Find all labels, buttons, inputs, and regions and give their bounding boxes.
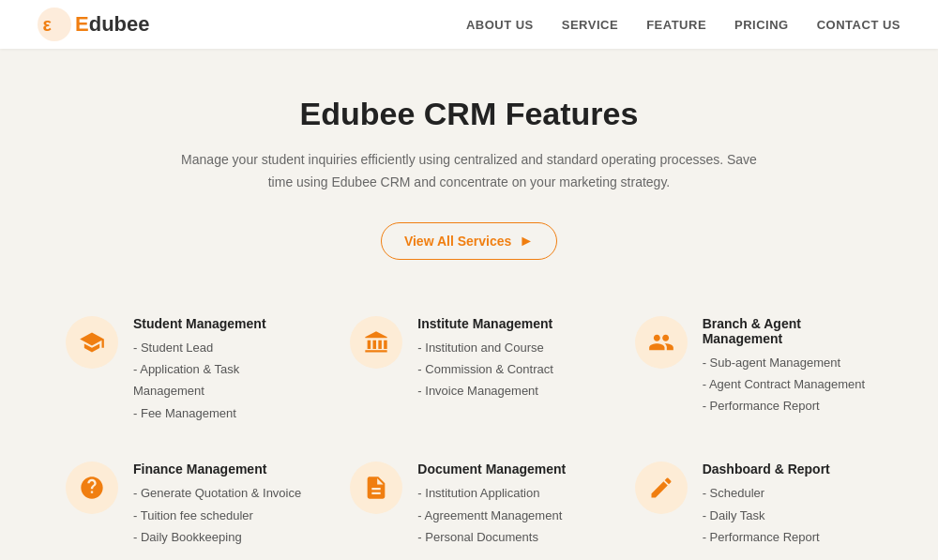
document-management-title: Document Management bbox=[417, 462, 566, 477]
list-item: - Daily Bookkeeping bbox=[133, 526, 301, 548]
student-management-icon-wrapper bbox=[66, 316, 118, 369]
student-management-content: Student Management - Student Lead - Appl… bbox=[133, 316, 303, 425]
nav-item-service[interactable]: SERVICE bbox=[562, 16, 618, 33]
list-item: - Sub-agent Management bbox=[703, 352, 872, 373]
student-management-title: Student Management bbox=[133, 316, 303, 331]
agent-group-icon bbox=[648, 329, 674, 356]
list-item: - Scheduler bbox=[703, 482, 830, 504]
list-item: - Institution Application bbox=[417, 482, 566, 504]
nav-item-feature[interactable]: FEATURE bbox=[646, 16, 706, 33]
nav-links: ABOUT US SERVICE FEATURE PRICING CONTACT… bbox=[466, 16, 900, 33]
dashboard-report-list: - Scheduler - Daily Task - Performance R… bbox=[703, 482, 830, 548]
feature-dashboard-report: Dashboard & Report - Scheduler - Daily T… bbox=[626, 452, 882, 557]
feature-document-management: Document Management - Institution Applic… bbox=[340, 452, 597, 557]
dashboard-report-content: Dashboard & Report - Scheduler - Daily T… bbox=[703, 462, 830, 548]
document-icon bbox=[363, 475, 389, 501]
branch-agent-management-list: - Sub-agent Management - Agent Contract … bbox=[703, 352, 872, 417]
list-item: - Invoice Management bbox=[417, 380, 552, 401]
list-item: - Agreementt Management bbox=[417, 505, 566, 526]
institute-icon bbox=[363, 329, 389, 356]
feature-finance-management: Finance Management - Generate Quotation … bbox=[56, 452, 312, 557]
finance-icon bbox=[79, 475, 105, 501]
branch-agent-icon-wrapper bbox=[635, 316, 688, 369]
finance-management-list: - Generate Quotation & Invoice - Tuition… bbox=[133, 482, 301, 548]
nav-item-contact-us[interactable]: CONTACT US bbox=[817, 16, 900, 33]
svg-text:ε: ε bbox=[42, 14, 52, 35]
document-icon-wrapper bbox=[350, 462, 402, 514]
document-management-content: Document Management - Institution Applic… bbox=[417, 462, 566, 548]
button-label: View All Services bbox=[404, 234, 511, 249]
list-item: - Performance Report bbox=[703, 526, 830, 548]
list-item: - Performance Report bbox=[703, 395, 872, 416]
logo-text: Edubee bbox=[75, 12, 149, 37]
branch-agent-management-title: Branch & Agent Management bbox=[703, 316, 872, 346]
dashboard-edit-icon bbox=[648, 475, 674, 501]
list-item: - Student Lead bbox=[133, 337, 303, 358]
list-item: - Commission & Contract bbox=[417, 358, 552, 380]
navigation: ε Edubee ABOUT US SERVICE FEATURE PRICIN… bbox=[0, 0, 938, 49]
logo[interactable]: ε Edubee bbox=[38, 8, 149, 41]
list-item: - Fee Management bbox=[133, 402, 303, 424]
graduation-cap-icon bbox=[79, 329, 105, 356]
hero-section: Edubee CRM Features Manage your student … bbox=[0, 49, 938, 288]
nav-item-about-us[interactable]: ABOUT US bbox=[466, 16, 534, 33]
list-item: - Institution and Course bbox=[417, 337, 552, 358]
dashboard-report-title: Dashboard & Report bbox=[703, 462, 830, 477]
features-grid: Student Management - Student Lead - Appl… bbox=[0, 288, 938, 560]
feature-institute-management: Institute Management - Institution and C… bbox=[340, 307, 597, 434]
feature-student-management: Student Management - Student Lead - Appl… bbox=[56, 307, 312, 434]
list-item: - Application & Task Management bbox=[133, 358, 303, 402]
hero-description: Manage your student inquiries efficientl… bbox=[178, 149, 760, 194]
nav-item-pricing[interactable]: PRICING bbox=[734, 16, 789, 33]
institute-management-list: - Institution and Course - Commission & … bbox=[417, 337, 552, 402]
view-all-services-button[interactable]: View All Services ► bbox=[381, 222, 557, 260]
finance-icon-wrapper bbox=[66, 462, 118, 514]
student-management-list: - Student Lead - Application & Task Mana… bbox=[133, 337, 303, 425]
list-item: - Personal Documents bbox=[417, 526, 566, 548]
finance-management-content: Finance Management - Generate Quotation … bbox=[133, 462, 301, 548]
arrow-icon: ► bbox=[519, 233, 534, 250]
list-item: - Daily Task bbox=[703, 505, 830, 526]
institute-management-icon-wrapper bbox=[350, 316, 402, 369]
list-item: - Tuition fee scheduler bbox=[133, 505, 301, 526]
branch-agent-management-content: Branch & Agent Management - Sub-agent Ma… bbox=[703, 316, 872, 417]
list-item: - Generate Quotation & Invoice bbox=[133, 482, 301, 504]
document-management-list: - Institution Application - Agreementt M… bbox=[417, 482, 566, 548]
institute-management-content: Institute Management - Institution and C… bbox=[417, 316, 552, 402]
finance-management-title: Finance Management bbox=[133, 462, 301, 477]
page-title: Edubee CRM Features bbox=[38, 96, 900, 132]
list-item: - Agent Contract Management bbox=[703, 373, 872, 395]
feature-branch-agent-management: Branch & Agent Management - Sub-agent Ma… bbox=[626, 307, 882, 434]
institute-management-title: Institute Management bbox=[417, 316, 552, 331]
dashboard-icon-wrapper bbox=[635, 462, 688, 514]
